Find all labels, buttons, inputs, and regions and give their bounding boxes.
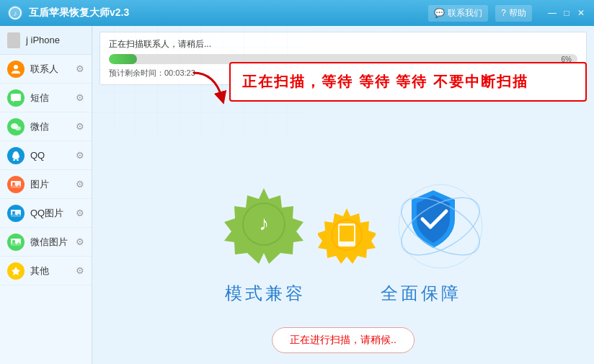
qq-photos-gear-icon[interactable]: ⚙ <box>76 208 84 218</box>
sidebar-item-contacts[interactable]: 联系人 ⚙ <box>0 55 92 84</box>
photos-label: 图片 <box>30 178 70 191</box>
device-name: j iPhone <box>26 35 60 45</box>
gear-middle <box>318 206 376 264</box>
qq-gear-icon[interactable]: ⚙ <box>76 150 84 161</box>
gear-middle-svg <box>318 206 376 264</box>
maximize-button[interactable]: □ <box>561 7 572 19</box>
wechat-photos-gear-icon[interactable]: ⚙ <box>76 236 84 247</box>
scanning-bottom-notice: 正在进行扫描，请稍候.. <box>272 327 415 353</box>
svg-text:♪: ♪ <box>14 9 17 17</box>
red-arrow-icon <box>186 66 229 109</box>
qq-photos-label: QQ图片 <box>30 207 70 220</box>
help-icon: ? <box>501 8 506 18</box>
main-layout: j iPhone 联系人 ⚙ 短信 ⚙ 微信 ⚙ <box>0 26 594 364</box>
svg-point-6 <box>15 126 21 130</box>
app-title: 互盾苹果恢复大师v2.3 <box>29 6 129 19</box>
device-header: j iPhone <box>0 26 92 55</box>
app-logo-icon: ♪ <box>7 5 23 21</box>
svg-rect-9 <box>13 159 15 161</box>
shield-orbit-svg <box>394 179 487 273</box>
qq-label: QQ <box>30 150 70 161</box>
svg-point-29 <box>394 186 487 267</box>
scan-notice-box: 正在扫描，等待 等待 等待 不要中断扫描 <box>229 62 587 102</box>
svg-point-8 <box>12 154 19 159</box>
titlebar-right: 💬 联系我们 ? 帮助 — □ ✕ <box>428 5 587 22</box>
scan-notice-text: 正在扫描，等待 等待 等待 不要中断扫描 <box>242 74 528 89</box>
gear-left: ♪ <box>224 185 303 264</box>
wechat-label: 微信 <box>30 120 70 133</box>
svg-point-30 <box>399 185 482 268</box>
photos-gear-icon[interactable]: ⚙ <box>76 179 84 190</box>
bottom-labels: 模式兼容 全面保障 <box>225 282 461 305</box>
qq-icon <box>7 147 25 164</box>
chat-icon: 💬 <box>434 8 445 18</box>
sidebar-item-wechat-photos[interactable]: 微信图片 ⚙ <box>0 228 92 257</box>
sms-icon <box>7 89 25 107</box>
qq-photos-icon <box>7 205 25 222</box>
svg-rect-4 <box>11 94 21 101</box>
wechat-icon <box>7 118 25 136</box>
gears-illustration: ♪ <box>224 185 462 264</box>
mode-compat-label: 模式兼容 <box>225 283 306 303</box>
sidebar: j iPhone 联系人 ⚙ 短信 ⚙ 微信 ⚙ <box>0 26 92 364</box>
sidebar-item-wechat[interactable]: 微信 ⚙ <box>0 112 92 141</box>
sms-gear-icon[interactable]: ⚙ <box>76 92 84 103</box>
sidebar-item-sms[interactable]: 短信 ⚙ <box>0 84 92 112</box>
guarantee-label: 全面保障 <box>381 283 461 303</box>
other-icon <box>7 262 25 280</box>
contacts-icon <box>7 61 25 78</box>
other-label: 其他 <box>30 265 70 278</box>
svg-point-3 <box>14 65 18 69</box>
center-content: ♪ <box>92 89 594 364</box>
contacts-gear-icon[interactable]: ⚙ <box>76 63 84 74</box>
photos-icon <box>7 176 25 193</box>
wechat-gear-icon[interactable]: ⚙ <box>76 121 84 132</box>
contact-us-button[interactable]: 💬 联系我们 <box>428 5 488 22</box>
svg-rect-10 <box>17 159 19 161</box>
sidebar-item-photos[interactable]: 图片 ⚙ <box>0 170 92 199</box>
scanning-bottom-text: 正在进行扫描，请稍候.. <box>290 334 396 345</box>
svg-text:♪: ♪ <box>259 212 269 234</box>
help-button[interactable]: ? 帮助 <box>495 5 532 22</box>
shield-container <box>404 187 462 254</box>
window-controls: — □ ✕ <box>546 7 587 19</box>
titlebar: ♪ 互盾苹果恢复大师v2.3 💬 联系我们 ? 帮助 — □ ✕ <box>0 0 594 26</box>
device-icon <box>7 32 20 48</box>
remaining-time: 预计剩余时间：00:03:23 <box>109 68 195 79</box>
close-button[interactable]: ✕ <box>575 7 587 19</box>
wechat-photos-label: 微信图片 <box>30 236 70 249</box>
sidebar-item-qq[interactable]: QQ ⚙ <box>0 141 92 170</box>
progress-bar-fill <box>109 54 137 64</box>
sms-label: 短信 <box>30 92 70 105</box>
progress-status-text: 正在扫描联系人，请稍后... <box>109 38 577 50</box>
sidebar-item-other[interactable]: 其他 ⚙ <box>0 257 92 285</box>
other-gear-icon[interactable]: ⚙ <box>76 265 84 276</box>
minimize-button[interactable]: — <box>546 7 558 19</box>
svg-marker-17 <box>12 267 20 275</box>
svg-point-27 <box>345 242 348 245</box>
contacts-label: 联系人 <box>30 63 70 76</box>
titlebar-left: ♪ 互盾苹果恢复大师v2.3 <box>7 5 129 21</box>
wechat-photos-icon <box>7 234 25 251</box>
content-area: 正在扫描联系人，请稍后... 6% 预计剩余时间：00:03:23 已使用时间：… <box>92 26 594 364</box>
svg-rect-26 <box>340 226 354 241</box>
gear-left-svg: ♪ <box>224 185 303 264</box>
sidebar-item-qq-photos[interactable]: QQ图片 ⚙ <box>0 199 92 228</box>
